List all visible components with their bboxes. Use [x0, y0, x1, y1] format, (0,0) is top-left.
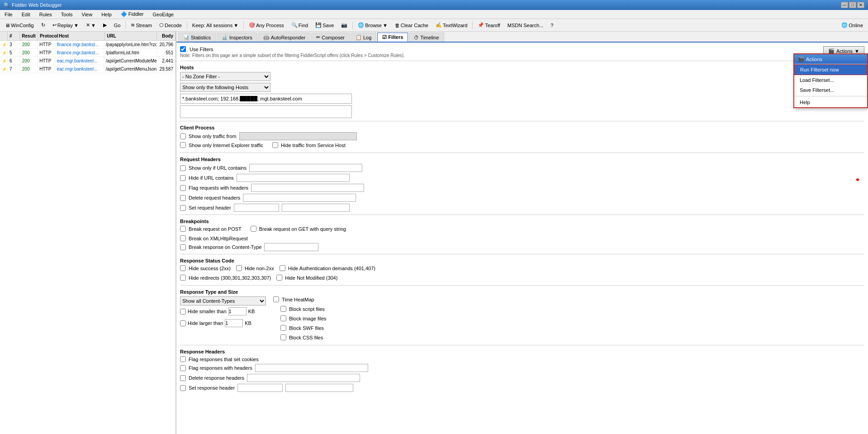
content-type-select[interactable]: Show all Content-Types Show only images …: [180, 296, 266, 305]
set-req-header-checkbox[interactable]: [180, 205, 186, 211]
use-filters-checkbox[interactable]: [180, 46, 186, 52]
dropdown-help[interactable]: Help: [794, 97, 867, 107]
hide-not-modified-checkbox[interactable]: [276, 275, 282, 281]
break-post-checkbox[interactable]: [180, 226, 186, 232]
break-content-label: Break response on Content-Type: [189, 244, 261, 250]
close-button[interactable]: ✕: [857, 2, 864, 8]
time-heatmap-checkbox[interactable]: [273, 296, 279, 302]
menu-geoedge[interactable]: GeoEdge: [150, 11, 176, 18]
decode-icon: ⬡: [159, 22, 164, 28]
browse-button[interactable]: 🌐 Browse ▼: [355, 20, 391, 30]
break-xml-checkbox[interactable]: [180, 235, 186, 241]
set-req-header-value-input[interactable]: [282, 204, 350, 212]
break-content-input[interactable]: [264, 243, 318, 251]
decode-button[interactable]: ⬡ Decode: [156, 20, 185, 30]
menu-file[interactable]: File: [2, 11, 15, 18]
break-get-query-checkbox[interactable]: [251, 226, 256, 232]
winconfig-button[interactable]: 🖥 WinConfig: [2, 20, 37, 30]
forward-button[interactable]: ▶: [100, 20, 110, 30]
hide-smaller-input[interactable]: [228, 307, 247, 315]
tab-inspectors[interactable]: 🔬 Inspectors: [217, 33, 257, 42]
online-button[interactable]: 🌐 Online: [838, 20, 866, 30]
hide-larger-input[interactable]: [225, 319, 243, 327]
hide-non2xx-checkbox[interactable]: [236, 265, 242, 271]
flag-resp-headers-checkbox[interactable]: [180, 365, 186, 371]
menu-fiddler[interactable]: 🔷 Fiddler: [118, 10, 147, 18]
traffic-from-input[interactable]: [239, 132, 357, 140]
hide-larger-checkbox[interactable]: [180, 320, 186, 326]
url-contains-input[interactable]: [249, 164, 362, 172]
block-css-checkbox[interactable]: [280, 334, 286, 340]
table-row[interactable]: ⚡ 7 200 HTTP eac.mgr.banksteel... /api/g…: [0, 65, 175, 73]
dropdown-load-filterset[interactable]: Load Filterset...: [794, 75, 867, 85]
url-contains-checkbox[interactable]: [180, 165, 186, 171]
refresh-button[interactable]: ↻: [38, 20, 48, 30]
set-resp-header-value-input[interactable]: [285, 384, 353, 392]
tab-autoresponder[interactable]: 🤖 AutoResponder: [258, 33, 310, 42]
text-wizard-button[interactable]: ✍ TextWizard: [432, 20, 470, 30]
hide-success-checkbox[interactable]: [180, 265, 186, 271]
hide-auth-checkbox[interactable]: [280, 265, 285, 271]
maximize-button[interactable]: □: [849, 2, 856, 8]
go-button[interactable]: Go: [111, 20, 124, 30]
flag-resp-headers-label: Flag responses with headers: [189, 365, 252, 371]
block-script-checkbox[interactable]: [280, 306, 286, 312]
hide-url-input[interactable]: [237, 174, 350, 182]
flag-headers-input[interactable]: [251, 184, 364, 192]
any-process-button[interactable]: 🎯 Any Process: [246, 20, 287, 30]
dropdown-save-filterset[interactable]: Save Filterset...: [794, 85, 867, 95]
delete-req-headers-input[interactable]: [243, 194, 356, 202]
dropdown-run-filterset[interactable]: Run Filterset now: [794, 64, 867, 75]
zone-filter-select[interactable]: - No Zone Filter - Show only Intranet Ho…: [180, 72, 270, 81]
set-resp-header-name-input[interactable]: [237, 384, 283, 392]
delete-resp-headers-row: Delete response headers: [180, 374, 864, 382]
save-button[interactable]: 💾 Save: [312, 20, 337, 30]
replay-button[interactable]: ↩ Replay ▼: [49, 20, 82, 30]
tab-timeline[interactable]: ⏱ Timeline: [409, 33, 444, 42]
block-image-checkbox[interactable]: [280, 315, 286, 321]
stream-button[interactable]: ≋ Stream: [128, 20, 155, 30]
tab-composer[interactable]: ✏ Composer: [311, 33, 350, 42]
menu-tools[interactable]: Tools: [58, 11, 76, 18]
hosts-input[interactable]: *.banksteel.com; 192.168.█████; mgt.bank…: [180, 94, 352, 104]
table-row[interactable]: ⚡ 5 200 HTTP finance.mgr.bankst... /plat…: [0, 49, 175, 57]
service-host-checkbox[interactable]: [272, 142, 278, 148]
table-row[interactable]: ⚡🔒 3 200 HTTP finance.mgr.bankst... /pay…: [0, 41, 175, 49]
menu-edit[interactable]: Edit: [19, 11, 33, 18]
tab-statistics[interactable]: 📊 Statistics: [178, 33, 216, 42]
menu-help[interactable]: Help: [99, 11, 114, 18]
inspectors-icon: 🔬: [222, 34, 228, 40]
table-row[interactable]: ⚡ 6 200 HTTP eac.mgr.banksteel... /api/g…: [0, 57, 175, 65]
flag-headers-checkbox[interactable]: [180, 185, 186, 191]
show-traffic-checkbox[interactable]: [180, 134, 186, 139]
keep-sessions-button[interactable]: Keep: All sessions ▼: [189, 20, 242, 30]
divider-3: [180, 153, 864, 153]
clear-cache-button[interactable]: 🗑 Clear Cache: [392, 20, 432, 30]
menu-rules[interactable]: Rules: [37, 11, 55, 18]
menu-view[interactable]: View: [79, 11, 95, 18]
hide-redirects-checkbox[interactable]: [180, 275, 186, 281]
delete-resp-headers-input[interactable]: [247, 374, 360, 382]
find-icon: 🔍: [291, 22, 298, 28]
ie-traffic-checkbox[interactable]: [180, 142, 186, 148]
screenshot-button[interactable]: 📷: [338, 20, 351, 30]
show-hosts-select[interactable]: Show only the following Hosts Hide the f…: [180, 83, 270, 92]
hide-smaller-checkbox[interactable]: [180, 309, 186, 315]
find-button[interactable]: 🔍 Find: [288, 20, 311, 30]
flag-resp-headers-input[interactable]: [255, 364, 368, 372]
flag-cookies-checkbox[interactable]: [180, 356, 186, 362]
delete-req-headers-checkbox[interactable]: [180, 195, 186, 201]
tab-log[interactable]: 📋 Log: [351, 33, 376, 42]
set-req-header-name-input[interactable]: [234, 204, 279, 212]
msdn-button[interactable]: MSDN Search...: [504, 20, 546, 30]
block-swf-checkbox[interactable]: [280, 325, 286, 331]
help-button[interactable]: ?: [547, 20, 556, 30]
break-content-checkbox[interactable]: [180, 244, 186, 250]
delete-resp-headers-checkbox[interactable]: [180, 375, 186, 381]
hide-url-checkbox[interactable]: [180, 175, 186, 181]
tearoff-button[interactable]: 📌 Tearoff: [474, 20, 503, 30]
delete-button[interactable]: ✕ ▼: [83, 20, 99, 30]
minimize-button[interactable]: —: [841, 2, 848, 8]
tab-filters[interactable]: ☑ Filters: [377, 33, 408, 42]
set-resp-header-checkbox[interactable]: [180, 385, 186, 391]
